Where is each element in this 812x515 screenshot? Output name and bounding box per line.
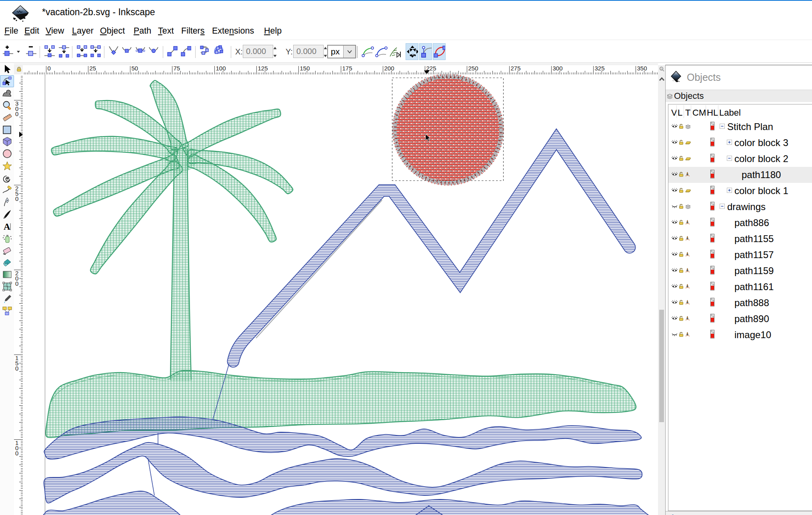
- svg-text:0: 0: [15, 280, 18, 287]
- svg-text:100: 100: [216, 65, 226, 72]
- svg-text:300: 300: [553, 65, 563, 72]
- svg-text:250: 250: [468, 65, 478, 72]
- svg-text:0: 0: [15, 110, 18, 117]
- svg-text:325: 325: [595, 65, 605, 72]
- svg-text:50: 50: [132, 65, 138, 72]
- svg-text:75: 75: [174, 65, 180, 72]
- svg-text:Q: Q: [660, 68, 662, 70]
- svg-text:275: 275: [511, 65, 521, 72]
- svg-text:350: 350: [637, 65, 647, 72]
- svg-text:0: 0: [48, 65, 51, 72]
- svg-text:0: 0: [15, 365, 18, 372]
- svg-text:0: 0: [15, 450, 18, 457]
- svg-text:200: 200: [384, 65, 394, 72]
- svg-text:25: 25: [90, 65, 96, 72]
- svg-text:125: 125: [258, 65, 268, 72]
- svg-text:175: 175: [342, 65, 352, 72]
- svg-text:0: 0: [15, 195, 18, 202]
- svg-text:A: A: [4, 222, 10, 232]
- svg-text:150: 150: [300, 65, 310, 72]
